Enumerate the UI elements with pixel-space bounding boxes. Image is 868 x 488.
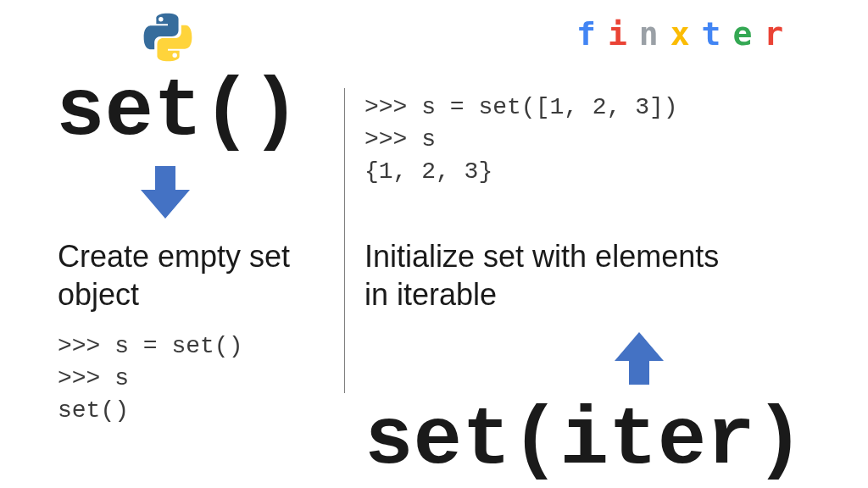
finxter-letter-e: e <box>732 15 764 53</box>
finxter-letter-t: t <box>702 15 733 53</box>
python-logo-icon <box>142 12 193 63</box>
arrow-down-icon <box>141 166 190 222</box>
finxter-letter-x: x <box>670 15 702 53</box>
title-set-iter: set(iter) <box>364 395 804 487</box>
finxter-letter-f: f <box>576 15 608 53</box>
description-set-iterable: Initialize set with elements in iterable <box>364 237 721 313</box>
description-empty-set: Create empty set object <box>58 237 329 313</box>
title-set-empty: set() <box>56 66 300 158</box>
finxter-logo: finxter <box>576 15 795 53</box>
finxter-letter-r: r <box>764 15 795 53</box>
code-set-iterable: >>> s = set([1, 2, 3]) >>> s {1, 2, 3} <box>364 92 678 187</box>
vertical-divider <box>344 88 345 393</box>
code-empty-set: >>> s = set() >>> s set() <box>58 330 242 426</box>
finxter-letter-i: i <box>608 15 639 53</box>
finxter-letter-n: n <box>639 15 670 53</box>
arrow-up-icon <box>615 332 664 388</box>
